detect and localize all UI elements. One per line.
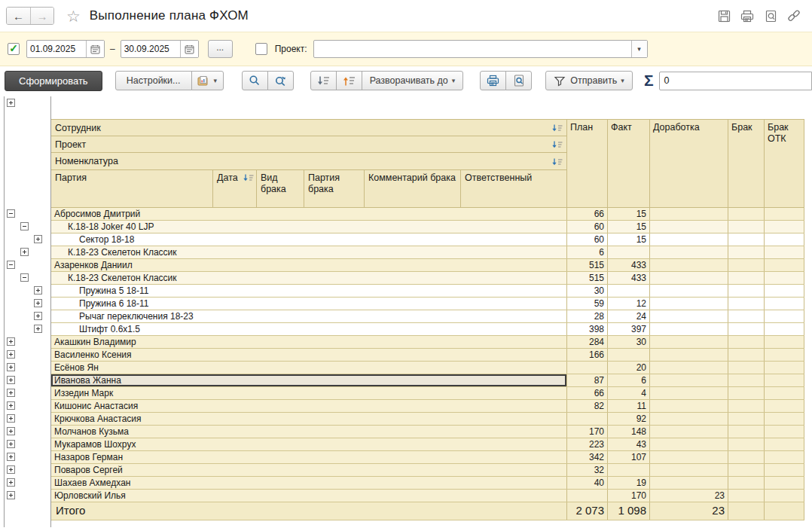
- settings-button[interactable]: Настройки...: [115, 71, 192, 90]
- date-from-input[interactable]: [27, 41, 86, 57]
- report-row[interactable]: Иззедин Марк664: [51, 387, 804, 400]
- collapse-icon[interactable]: [20, 273, 29, 282]
- report-row[interactable]: Поваров Сергей32: [51, 464, 804, 477]
- collapse-icon[interactable]: [20, 222, 29, 230]
- sort-icon[interactable]: [551, 124, 563, 133]
- expand-icon[interactable]: [20, 248, 29, 256]
- report-row[interactable]: Молчанов Кузьма170148: [51, 426, 804, 438]
- print-button[interactable]: [480, 71, 506, 90]
- collapse-groups-button[interactable]: [310, 71, 337, 90]
- report-row[interactable]: Рычаг переключения 18-232824: [51, 310, 804, 323]
- expand-icon[interactable]: [34, 312, 42, 320]
- header-fact[interactable]: Факт: [608, 120, 650, 208]
- report-row[interactable]: Азаренков Даниил515433: [51, 259, 804, 272]
- page-title: Выполнение плана ФХОМ: [90, 8, 249, 23]
- expand-icon[interactable]: [7, 465, 15, 474]
- header-defect[interactable]: Брак: [728, 120, 765, 208]
- get-link-icon[interactable]: [786, 8, 801, 23]
- total-defect-otk: [765, 502, 804, 520]
- row-rework: 23: [650, 490, 728, 502]
- expand-icon[interactable]: [7, 440, 15, 448]
- search-button[interactable]: [242, 71, 268, 90]
- date-range-separator: –: [110, 44, 115, 54]
- header-nomenclature[interactable]: Номенклатура: [51, 153, 567, 170]
- row-defect: [728, 285, 765, 297]
- period-checkbox[interactable]: ✓: [8, 43, 20, 55]
- expand-icon[interactable]: [34, 325, 42, 333]
- expand-to-button[interactable]: Разворачивать до ▾: [362, 71, 464, 90]
- header-rework[interactable]: Доработка: [650, 120, 728, 208]
- expand-icon[interactable]: [7, 363, 15, 371]
- sort-icon[interactable]: [243, 174, 254, 182]
- sort-icon[interactable]: [551, 158, 563, 166]
- autosum-value-input[interactable]: [659, 72, 812, 90]
- header-project[interactable]: Проект: [51, 136, 567, 153]
- collapse-icon[interactable]: [7, 261, 15, 269]
- total-row[interactable]: Итого 2 073 1 098 23: [51, 502, 804, 520]
- report-row[interactable]: Василенко Ксения166: [51, 349, 804, 362]
- generate-button[interactable]: Сформировать: [5, 71, 102, 91]
- expand-icon[interactable]: [7, 453, 15, 461]
- collapse-icon[interactable]: [7, 209, 15, 218]
- calendar-icon[interactable]: [180, 41, 198, 57]
- save-icon[interactable]: [716, 8, 731, 23]
- header-date[interactable]: Дата: [213, 170, 257, 207]
- header-responsible[interactable]: Ответственный: [461, 170, 567, 207]
- forward-button[interactable]: →: [30, 8, 53, 24]
- expand-icon[interactable]: [7, 376, 15, 384]
- header-employee[interactable]: Сотрудник: [51, 120, 567, 136]
- header-defect-batch[interactable]: Партия брака: [304, 170, 365, 207]
- expand-all-icon[interactable]: [7, 99, 15, 107]
- report-row[interactable]: Крючкова Анастасия92: [51, 413, 804, 426]
- expand-icon[interactable]: [7, 414, 15, 423]
- row-rework: [650, 323, 728, 335]
- project-dropdown-button[interactable]: ▾: [631, 41, 647, 57]
- header-plan[interactable]: План: [567, 120, 608, 208]
- favorite-star-icon[interactable]: ☆: [66, 8, 81, 24]
- search-next-button[interactable]: [267, 71, 294, 90]
- sort-icon[interactable]: [551, 141, 563, 149]
- expand-icon[interactable]: [7, 427, 15, 435]
- report-row[interactable]: Мукарамов Шохрух22343: [51, 438, 804, 451]
- date-to-input[interactable]: [121, 41, 180, 57]
- back-button[interactable]: ←: [7, 8, 30, 24]
- print-icon[interactable]: [740, 8, 755, 23]
- header-defect-otk[interactable]: Брак ОТК: [765, 120, 804, 208]
- expand-icon[interactable]: [7, 478, 15, 487]
- report-row[interactable]: Акашкин Владимир28430: [51, 336, 804, 349]
- report-variants-button[interactable]: ▾: [191, 71, 224, 90]
- report-row[interactable]: Абросимов Дмитрий6615: [51, 208, 804, 221]
- expand-icon[interactable]: [34, 299, 42, 307]
- report-row[interactable]: Пружина 6 18-115912: [51, 298, 804, 310]
- calendar-icon[interactable]: [86, 41, 104, 57]
- report-row[interactable]: Иванова Жанна876: [51, 374, 804, 387]
- expand-icon[interactable]: [34, 235, 42, 243]
- expand-icon[interactable]: [34, 286, 42, 294]
- report-row[interactable]: Юрловский Илья17023: [51, 490, 804, 502]
- report-row[interactable]: К.18-23 Скелетон Классик515433: [51, 272, 804, 285]
- period-more-button[interactable]: ...: [208, 40, 233, 58]
- header-defect-type[interactable]: Вид брака: [257, 170, 304, 207]
- report-row[interactable]: Кишонис Анастасия8211: [51, 400, 804, 413]
- expand-icon[interactable]: [7, 337, 15, 346]
- report-row[interactable]: Есёнов Ян20: [51, 362, 804, 374]
- report-row[interactable]: Шахаев Ахмедхан4019: [51, 477, 804, 490]
- expand-icon[interactable]: [7, 491, 15, 499]
- project-checkbox[interactable]: [255, 43, 267, 55]
- project-input[interactable]: [314, 41, 631, 57]
- report-row[interactable]: К.18-23 Скелетон Классик6: [51, 246, 804, 259]
- report-row[interactable]: Штифт 0.6х1.5398397: [51, 323, 804, 336]
- report-row[interactable]: Назаров Герман342107: [51, 451, 804, 464]
- expand-groups-button[interactable]: [336, 71, 362, 90]
- print-preview-icon[interactable]: [763, 8, 778, 23]
- report-row[interactable]: Сектор 18-186015: [51, 233, 804, 246]
- expand-icon[interactable]: [7, 389, 15, 397]
- expand-icon[interactable]: [7, 350, 15, 359]
- report-row[interactable]: Пружина 5 18-1130: [51, 285, 804, 298]
- header-defect-comment[interactable]: Комментарий брака: [365, 170, 461, 207]
- preview-button[interactable]: [505, 71, 532, 90]
- send-button[interactable]: Отправить ▾: [545, 71, 633, 90]
- header-batch[interactable]: Партия: [51, 170, 213, 207]
- report-row[interactable]: К.18-18 Joker 40 LJP6015: [51, 221, 804, 233]
- expand-icon[interactable]: [7, 401, 15, 410]
